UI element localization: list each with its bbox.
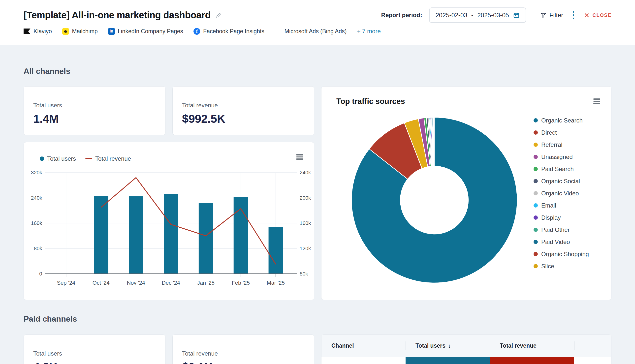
- donut-legend-item-paid-video[interactable]: Paid Video: [533, 236, 589, 248]
- date-start: 2025-02-03: [436, 12, 467, 19]
- total-users-heat-cell: [406, 357, 490, 364]
- funnel-icon: [540, 12, 546, 18]
- svg-text:120k: 120k: [300, 246, 311, 251]
- edit-title-icon[interactable]: [216, 12, 222, 18]
- stat-label: Total users: [33, 350, 156, 357]
- column-header-empty: [574, 335, 611, 357]
- calendar-icon[interactable]: [513, 12, 520, 18]
- svg-text:160k: 160k: [31, 220, 42, 226]
- integration-name: Klaviyo: [34, 28, 52, 35]
- sort-desc-icon: ↓: [448, 342, 451, 349]
- more-integrations-link[interactable]: + 7 more: [357, 28, 380, 35]
- donut-legend-item-organic-search[interactable]: Organic Search: [533, 114, 589, 126]
- stat-card-total-revenue: Total revenue $9.1K: [172, 334, 314, 364]
- stat-label: Total revenue: [182, 102, 305, 109]
- legend-label: Paid Search: [541, 166, 574, 172]
- stat-value: $992.5K: [182, 112, 305, 126]
- integration-facebook[interactable]: fFacebook Page Insights: [194, 28, 264, 35]
- table-header-row: Channel Total users ↓ Total revenue: [321, 335, 611, 357]
- integration-name: LinkedIn Company Pages: [118, 28, 183, 35]
- stat-value: 1.4M: [33, 112, 156, 126]
- close-button[interactable]: CLOSE: [584, 12, 611, 18]
- integration-linkedin[interactable]: inLinkedIn Company Pages: [108, 28, 183, 35]
- donut-legend-item-email[interactable]: Email: [533, 199, 589, 212]
- stat-label: Total users: [33, 102, 156, 109]
- donut-legend-item-display[interactable]: Display: [533, 212, 589, 224]
- svg-text:240k: 240k: [300, 170, 311, 175]
- column-header-total-users[interactable]: Total users ↓: [406, 335, 490, 357]
- close-label: CLOSE: [592, 12, 611, 18]
- stat-value: 4.2K: [33, 360, 156, 364]
- legend-label: Organic Shopping: [541, 251, 589, 258]
- legend-label: Organic Social: [541, 178, 580, 185]
- legend-label: Display: [541, 214, 561, 221]
- integration-mailchimp[interactable]: Mailchimp: [62, 28, 98, 35]
- legend-dot-icon: [533, 167, 538, 171]
- svg-text:Mar '25: Mar '25: [267, 280, 285, 286]
- filter-button[interactable]: Filter: [540, 12, 563, 19]
- svg-text:Nov '24: Nov '24: [127, 280, 145, 286]
- donut-legend-item-slice[interactable]: Slice: [533, 260, 589, 272]
- empty-cell: [574, 357, 611, 364]
- svg-text:80k: 80k: [34, 246, 42, 251]
- legend-dot-icon: [533, 130, 538, 135]
- stat-value: $9.1K: [182, 360, 305, 364]
- donut-legend-item-organic-video[interactable]: Organic Video: [533, 187, 589, 199]
- paid-channels-grid: Total users 4.2K Total revenue $9.1K Cha…: [24, 334, 611, 364]
- klaviyo-logo-icon: [24, 28, 31, 34]
- all-channels-grid: Total users 1.4M Total revenue $992.5K T…: [24, 86, 611, 300]
- legend-label: Email: [541, 202, 556, 209]
- donut-legend-item-organic-shopping[interactable]: Organic Shopping: [533, 248, 589, 260]
- legend-dot-icon: [533, 228, 538, 232]
- close-icon: [584, 12, 590, 18]
- legend-dot-icon: [533, 252, 538, 256]
- integrations-list: KlaviyoMailchimpinLinkedIn Company Pages…: [24, 28, 611, 35]
- donut-legend-item-direct[interactable]: Direct: [533, 126, 589, 138]
- column-header-total-revenue[interactable]: Total revenue: [490, 335, 574, 357]
- stat-card-total-users: Total users 4.2K: [24, 334, 166, 364]
- date-range-input[interactable]: 2025-02-03 - 2025-03-05: [429, 8, 526, 23]
- legend-dot-icon: [533, 191, 538, 196]
- chart-menu-icon[interactable]: [593, 98, 600, 104]
- donut-chart-canvas: [321, 117, 547, 284]
- paid-channels-table-card: Channel Total users ↓ Total revenue: [321, 334, 611, 364]
- dashboard-page: [Template] All-in-one marketing dashboar…: [0, 0, 635, 364]
- report-body: All channels Total users 1.4M Total reve…: [0, 67, 635, 364]
- stat-label: Total revenue: [182, 350, 305, 357]
- legend-label: Paid Video: [541, 238, 570, 246]
- integration-microsoft[interactable]: Microsoft Ads (Bing Ads): [275, 28, 347, 35]
- legend-label: Paid Other: [541, 226, 570, 233]
- donut-legend-item-organic-social[interactable]: Organic Social: [533, 175, 589, 187]
- svg-text:160k: 160k: [300, 220, 311, 226]
- integration-name: Microsoft Ads (Bing Ads): [285, 28, 347, 35]
- donut-legend-item-unassigned[interactable]: Unassigned: [533, 151, 589, 163]
- total-revenue-heat-cell: [490, 357, 574, 364]
- svg-text:80k: 80k: [300, 271, 308, 276]
- report-period-label: Report period:: [381, 12, 422, 18]
- mailchimp-logo-icon: [62, 28, 69, 35]
- stat-card-total-revenue: Total revenue $992.5K: [172, 86, 314, 135]
- microsoft-logo-icon: [275, 28, 282, 35]
- all-channels-stat-cards: Total users 1.4M Total revenue $992.5K: [24, 86, 314, 135]
- svg-text:200k: 200k: [300, 195, 311, 200]
- svg-text:Jan '25: Jan '25: [197, 280, 215, 286]
- more-options-button[interactable]: [570, 10, 577, 20]
- donut-legend-item-paid-search[interactable]: Paid Search: [533, 163, 589, 175]
- legend-dot-icon: [533, 155, 538, 159]
- section-title-paid-channels: Paid channels: [24, 314, 611, 324]
- donut-legend-item-referral[interactable]: Referral: [533, 138, 589, 151]
- date-separator: -: [471, 12, 473, 19]
- facebook-logo-icon: f: [194, 28, 200, 35]
- integration-klaviyo[interactable]: Klaviyo: [24, 28, 52, 35]
- donut-legend-item-paid-other[interactable]: Paid Other: [533, 224, 589, 236]
- donut-chart-title: Top traffic sources: [336, 97, 405, 106]
- legend-label: Organic Video: [541, 190, 579, 197]
- legend-dot-icon: [533, 216, 538, 220]
- paid-channels-stat-cards: Total users 4.2K Total revenue $9.1K: [24, 334, 314, 364]
- page-title: [Template] All-in-one marketing dashboar…: [24, 10, 211, 20]
- column-header-channel[interactable]: Channel: [321, 335, 406, 357]
- legend-label: Unassigned: [541, 154, 573, 160]
- svg-text:Feb '25: Feb '25: [232, 280, 250, 286]
- integration-name: Facebook Page Insights: [203, 28, 264, 35]
- date-end: 2025-03-05: [477, 12, 509, 19]
